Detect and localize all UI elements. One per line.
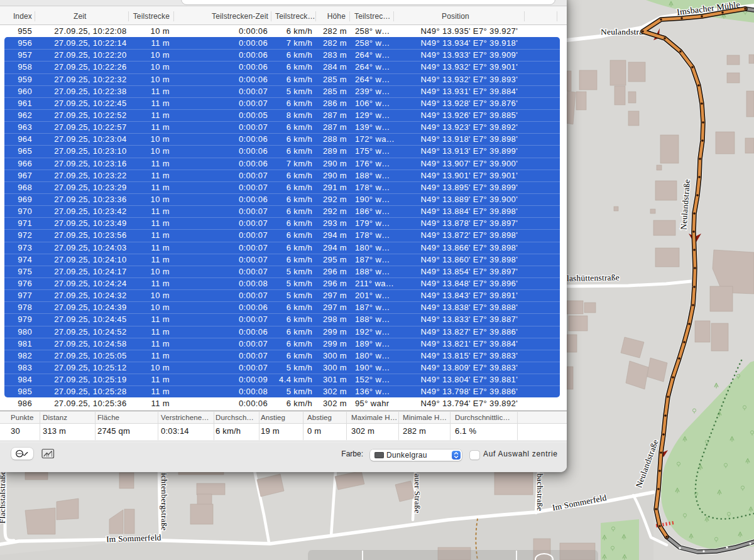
svg-text:Im Sommerfeld: Im Sommerfeld [106,532,161,544]
svg-text:Lichtenbergstraße: Lichtenbergstraße [160,468,169,531]
svg-text:Flachstalstraße: Flachstalstraße [0,471,7,524]
svg-text:auer Straße: auer Straße [413,473,422,513]
svg-text:Glashüttenstraße: Glashüttenstraße [560,272,620,283]
svg-text:bachstraße: bachstraße [535,473,545,511]
